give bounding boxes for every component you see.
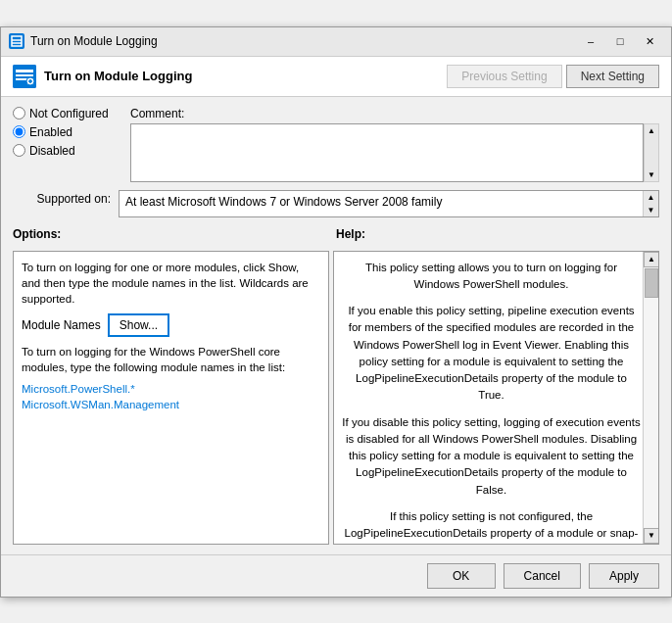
comment-textarea[interactable] bbox=[130, 123, 644, 182]
supported-section: Supported on: At least Microsoft Windows… bbox=[13, 190, 659, 217]
enabled-label[interactable]: Enabled bbox=[29, 125, 72, 139]
cancel-button[interactable]: Cancel bbox=[504, 563, 581, 589]
not-configured-label[interactable]: Not Configured bbox=[29, 107, 109, 120]
help-scroll-track bbox=[644, 267, 658, 528]
options-panel: To turn on logging for one or more modul… bbox=[13, 251, 329, 545]
main-window: Turn on Module Logging – □ ✕ Turn on bbox=[0, 26, 672, 598]
module-names-label: Module Names bbox=[22, 318, 101, 332]
svg-rect-0 bbox=[12, 36, 22, 46]
comment-section: Comment: ▲ ▼ bbox=[130, 107, 659, 182]
comment-scroll-up[interactable]: ▲ bbox=[646, 124, 657, 137]
disabled-label[interactable]: Disabled bbox=[29, 144, 75, 158]
comment-label: Comment: bbox=[130, 107, 659, 120]
help-scrollbar: ▲ ▼ bbox=[643, 252, 658, 544]
module-names-row: Module Names Show... bbox=[22, 314, 320, 336]
help-para3: If you disable this policy setting, logg… bbox=[342, 414, 641, 499]
help-para2: If you enable this policy setting, pipel… bbox=[342, 303, 641, 405]
sections-header: Options: Help: bbox=[13, 227, 659, 243]
panels-row: To turn on logging for one or more modul… bbox=[13, 251, 659, 545]
help-scroll-thumb bbox=[645, 268, 658, 298]
svg-rect-6 bbox=[16, 78, 27, 80]
next-setting-button[interactable]: Next Setting bbox=[566, 65, 659, 88]
svg-rect-5 bbox=[16, 74, 33, 76]
module2-label: Microsoft.WSMan.Management bbox=[22, 399, 320, 410]
supported-scroll-down[interactable]: ▼ bbox=[646, 204, 657, 216]
ok-button[interactable]: OK bbox=[427, 563, 496, 589]
supported-value: At least Microsoft Windows 7 or Windows … bbox=[125, 195, 442, 209]
options-description1: To turn on logging for one or more modul… bbox=[22, 260, 320, 307]
options-description2: To turn on logging for the Windows Power… bbox=[22, 344, 320, 375]
help-scroll-down[interactable]: ▼ bbox=[644, 528, 659, 544]
content-area: Not Configured Enabled Disabled Comment:… bbox=[1, 97, 671, 554]
disabled-option[interactable]: Disabled bbox=[13, 144, 130, 158]
help-para1: This policy setting allows you to turn o… bbox=[342, 260, 641, 294]
disabled-radio[interactable] bbox=[13, 144, 25, 157]
help-header-label: Help: bbox=[336, 227, 659, 243]
not-configured-option[interactable]: Not Configured bbox=[13, 107, 130, 120]
config-row: Not Configured Enabled Disabled Comment:… bbox=[13, 107, 659, 182]
enabled-option[interactable]: Enabled bbox=[13, 125, 130, 139]
minimize-button[interactable]: – bbox=[577, 31, 604, 51]
not-configured-radio[interactable] bbox=[13, 107, 25, 120]
comment-scroll-down[interactable]: ▼ bbox=[646, 168, 657, 181]
window-title: Turn on Module Logging bbox=[30, 34, 158, 48]
supported-value-box: At least Microsoft Windows 7 or Windows … bbox=[119, 190, 659, 217]
show-button[interactable]: Show... bbox=[109, 314, 168, 336]
module1-label: Microsoft.PowerShell.* bbox=[22, 383, 320, 395]
header-buttons: Previous Setting Next Setting bbox=[447, 65, 659, 88]
maximize-button[interactable]: □ bbox=[606, 31, 634, 51]
title-bar: Turn on Module Logging – □ ✕ bbox=[1, 27, 671, 57]
header-title: Turn on Module Logging bbox=[44, 69, 192, 83]
close-button[interactable]: ✕ bbox=[636, 31, 663, 51]
window-icon bbox=[9, 33, 24, 49]
options-header-label: Options: bbox=[13, 227, 336, 243]
title-bar-left: Turn on Module Logging bbox=[9, 33, 158, 49]
svg-rect-4 bbox=[16, 70, 33, 72]
help-scroll-up[interactable]: ▲ bbox=[644, 252, 659, 267]
supported-scroll-up[interactable]: ▲ bbox=[646, 191, 657, 204]
help-para4: If this policy setting is not configured… bbox=[342, 508, 641, 545]
header-left: Turn on Module Logging bbox=[13, 65, 192, 88]
prev-setting-button[interactable]: Previous Setting bbox=[447, 65, 561, 88]
supported-label: Supported on: bbox=[13, 190, 111, 206]
title-bar-controls: – □ ✕ bbox=[577, 31, 663, 51]
header-bar: Turn on Module Logging Previous Setting … bbox=[1, 57, 671, 97]
footer: OK Cancel Apply bbox=[1, 554, 671, 597]
enabled-radio[interactable] bbox=[13, 125, 25, 138]
header-icon bbox=[13, 65, 36, 88]
radio-group: Not Configured Enabled Disabled bbox=[13, 107, 130, 163]
help-text: This policy setting allows you to turn o… bbox=[342, 260, 641, 545]
help-panel: This policy setting allows you to turn o… bbox=[333, 251, 659, 545]
apply-button[interactable]: Apply bbox=[589, 563, 659, 589]
